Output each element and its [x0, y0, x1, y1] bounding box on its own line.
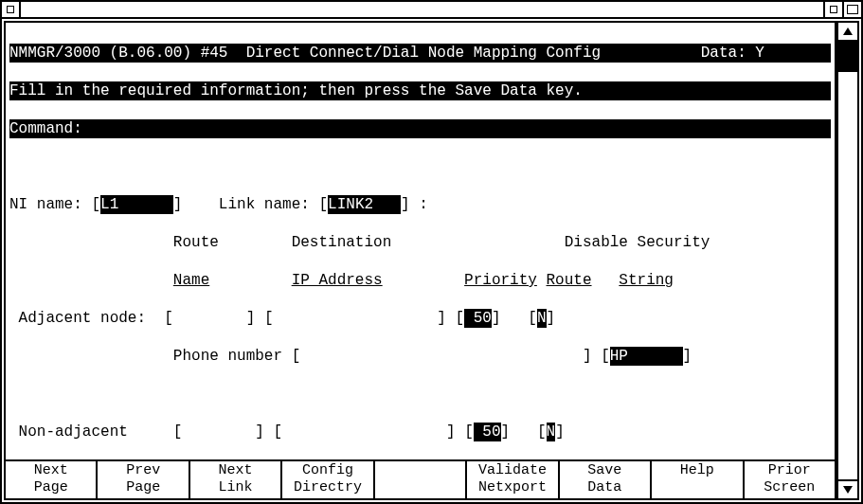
command-line[interactable]: Command: — [9, 119, 831, 138]
f9-prior-screen[interactable]: PriorScreen — [745, 461, 835, 498]
phone-number-label: Phone number — [173, 348, 282, 365]
f2-prev-page[interactable]: PrevPage — [98, 461, 189, 498]
vertical-scrollbar[interactable] — [836, 21, 859, 500]
function-keys: NextPage PrevPage NextLink ConfigDirectr… — [6, 459, 835, 498]
remote-priority-field[interactable]: 50 — [474, 423, 501, 441]
f5-blank[interactable] — [375, 461, 467, 498]
terminal-screen: NMMGR/3000 (B.06.00) #45 Direct Connect/… — [6, 23, 835, 459]
security-field[interactable]: HP — [610, 347, 683, 366]
non-adjacent-label-1: Non-adjacent — [19, 423, 128, 441]
remote-disable-field[interactable]: N — [547, 423, 556, 441]
link-name-field[interactable]: LINK2 — [328, 195, 401, 214]
window-menu-icon[interactable] — [2, 2, 21, 17]
f7-save-data[interactable]: SaveData — [560, 461, 652, 498]
window-titlebar — [2, 2, 861, 19]
terminal-main: NMMGR/3000 (B.06.00) #45 Direct Connect/… — [4, 21, 836, 500]
maximize-icon[interactable] — [842, 2, 861, 17]
header-line-1: NMMGR/3000 (B.06.00) #45 Direct Connect/… — [9, 44, 831, 63]
adjacent-node-label: Adjacent node: — [19, 310, 146, 327]
minimize-icon[interactable] — [823, 2, 842, 17]
terminal-window: NMMGR/3000 (B.06.00) #45 Direct Connect/… — [0, 0, 863, 504]
f6-validate-netxport[interactable]: ValidateNetxport — [467, 461, 559, 498]
scrollbar-thumb[interactable] — [838, 42, 857, 72]
scroll-down-button[interactable] — [838, 479, 857, 498]
scroll-up-button[interactable] — [838, 23, 857, 42]
adj-disable-field[interactable]: N — [537, 309, 547, 328]
header-line-2: Fill in the required information; then p… — [9, 81, 831, 100]
ni-name-label: NI name: — [9, 196, 82, 213]
adj-priority-field[interactable]: 50 — [464, 309, 492, 328]
scrollbar-track[interactable] — [838, 42, 857, 479]
f8-help[interactable]: Help — [652, 461, 744, 498]
ni-name-field[interactable]: L1 — [100, 195, 173, 214]
f3-next-link[interactable]: NextLink — [190, 461, 282, 498]
chevron-down-icon — [843, 486, 853, 494]
chevron-up-icon — [843, 27, 853, 35]
link-name-label: Link name: — [219, 196, 310, 213]
f1-next-page[interactable]: NextPage — [6, 461, 98, 498]
f4-config-directry[interactable]: ConfigDirectry — [282, 461, 374, 498]
